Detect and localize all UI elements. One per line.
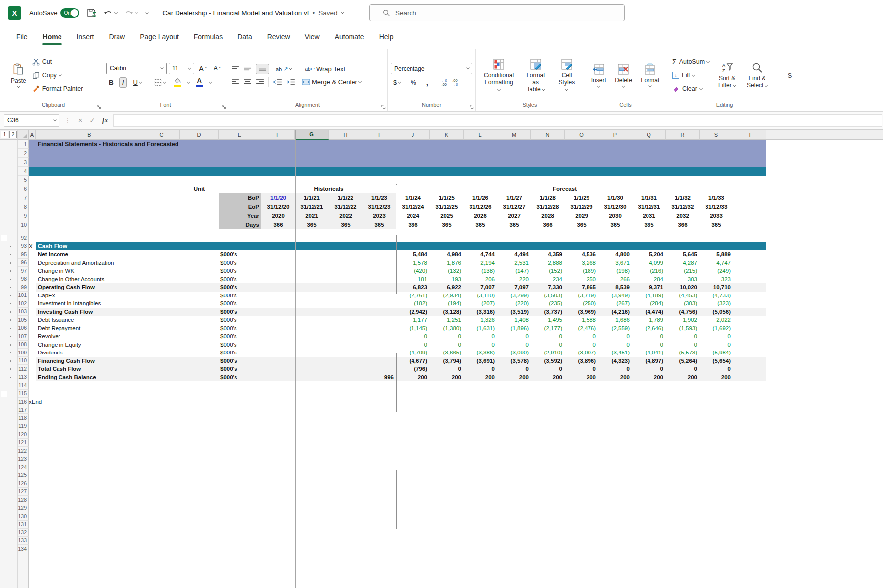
- cell-P101[interactable]: (3,949): [598, 292, 632, 300]
- cell-F113[interactable]: [261, 373, 295, 382]
- decrease-indent-icon[interactable]: [273, 79, 282, 85]
- cell-G103[interactable]: [295, 308, 329, 316]
- wrap-text-button[interactable]: ab↩ Wrap Text: [302, 64, 348, 74]
- row-header-8[interactable]: 8: [18, 202, 29, 211]
- formula-input[interactable]: [113, 114, 882, 127]
- copy-dropdown-chevron[interactable]: [59, 73, 62, 76]
- cell-K110[interactable]: (3,794): [430, 357, 464, 365]
- tab-home[interactable]: Home: [36, 28, 68, 46]
- cell-F9[interactable]: 2020: [261, 211, 295, 220]
- cell-P102[interactable]: (267): [598, 299, 632, 308]
- bold-button[interactable]: B: [106, 78, 116, 87]
- increase-indent-icon[interactable]: [286, 79, 295, 85]
- cell-A132[interactable]: [29, 529, 36, 537]
- insert-function-icon[interactable]: fx: [102, 117, 108, 124]
- cell-N98[interactable]: 234: [531, 275, 565, 284]
- cell-C112[interactable]: [143, 365, 180, 373]
- cell-H98[interactable]: [329, 275, 362, 284]
- format-as-table-button[interactable]: Format as Table: [519, 57, 553, 95]
- cell-L108[interactable]: 0: [464, 341, 497, 349]
- cell-T9[interactable]: [733, 211, 766, 220]
- column-header-J[interactable]: J: [396, 130, 430, 140]
- cell-A93[interactable]: X: [29, 242, 36, 251]
- cell-J109[interactable]: (4,709): [396, 349, 430, 357]
- cell-D107[interactable]: [180, 332, 219, 341]
- cell-H107[interactable]: [329, 332, 362, 341]
- underline-button[interactable]: U: [130, 78, 144, 87]
- header-label-year[interactable]: Year: [219, 211, 261, 220]
- font-dialog-launcher-icon[interactable]: [222, 105, 226, 109]
- cell-P103[interactable]: (4,216): [598, 308, 632, 316]
- row-header-101[interactable]: 101: [18, 292, 29, 300]
- cell-P108[interactable]: 0: [598, 341, 632, 349]
- row-label-107[interactable]: Revolver: [36, 332, 143, 341]
- cell-A114[interactable]: [29, 381, 36, 390]
- number-dialog-launcher-icon[interactable]: [470, 105, 474, 109]
- cell-N10[interactable]: 366: [531, 220, 565, 229]
- cell-I105[interactable]: [362, 316, 396, 324]
- cell-Q95[interactable]: 5,204: [632, 250, 666, 259]
- cell-J7[interactable]: 1/1/24: [396, 193, 430, 202]
- cell-H99[interactable]: [329, 283, 362, 292]
- row-header-3[interactable]: 3: [18, 158, 29, 167]
- header-label-bop[interactable]: BoP: [219, 193, 261, 202]
- cell-N107[interactable]: 0: [531, 332, 565, 341]
- cell-J95[interactable]: 5,484: [396, 250, 430, 259]
- autosum-button[interactable]: Σ AutoSum: [670, 56, 711, 68]
- quick-access-toolbar-button[interactable]: [145, 11, 149, 15]
- cell-I95[interactable]: [362, 250, 396, 259]
- cell-F99[interactable]: [261, 283, 295, 292]
- cell-H112[interactable]: [329, 365, 362, 373]
- cell-H108[interactable]: [329, 341, 362, 349]
- cell-Q107[interactable]: 0: [632, 332, 666, 341]
- cell-J108[interactable]: 0: [396, 341, 430, 349]
- cell-H101[interactable]: [329, 292, 362, 300]
- unit-95[interactable]: $000's: [219, 250, 261, 259]
- sheet-title[interactable]: Financial Statements - Historicals and F…: [29, 140, 766, 149]
- cell-D96[interactable]: [180, 259, 219, 267]
- cell-K105[interactable]: 1,251: [430, 316, 464, 324]
- cell-T106[interactable]: [733, 324, 766, 333]
- row-header-99[interactable]: 99: [18, 283, 29, 292]
- row-header-6[interactable]: 6: [18, 184, 29, 193]
- cell-M106[interactable]: (1,896): [497, 324, 531, 333]
- band-row[interactable]: [29, 158, 766, 167]
- cell-A10[interactable]: [29, 220, 219, 229]
- cell-R8[interactable]: 31/12/32: [666, 202, 700, 211]
- row-header-5[interactable]: 5: [18, 176, 29, 184]
- cell-P10[interactable]: 365: [598, 220, 632, 229]
- cell-M110[interactable]: (3,578): [497, 357, 531, 365]
- row-header-103[interactable]: 103: [18, 308, 29, 316]
- cell-J97[interactable]: (420): [396, 267, 430, 275]
- cell-T108[interactable]: [733, 341, 766, 349]
- cell-C113[interactable]: [143, 373, 180, 382]
- name-box[interactable]: G36: [4, 114, 59, 127]
- cell-C108[interactable]: [143, 341, 180, 349]
- cancel-icon[interactable]: ×: [78, 117, 82, 124]
- cell-Q99[interactable]: 9,371: [632, 283, 666, 292]
- cell-A123[interactable]: [29, 455, 36, 464]
- cell-O102[interactable]: (250): [565, 299, 598, 308]
- align-top-icon[interactable]: [231, 66, 239, 72]
- cell-F108[interactable]: [261, 341, 295, 349]
- cell-F106[interactable]: [261, 324, 295, 333]
- cell-D102[interactable]: [180, 299, 219, 308]
- tab-help[interactable]: Help: [373, 28, 400, 46]
- cell-Q108[interactable]: 0: [632, 341, 666, 349]
- cell-T110[interactable]: [733, 357, 766, 365]
- row-label-105[interactable]: Debt Issuance: [36, 316, 143, 324]
- cell-N105[interactable]: 1,495: [531, 316, 565, 324]
- cell-T112[interactable]: [733, 365, 766, 373]
- cell-H8[interactable]: 31/12/22: [329, 202, 362, 211]
- cell-D112[interactable]: [180, 365, 219, 373]
- cell-I112[interactable]: [362, 365, 396, 373]
- cell-G99[interactable]: [295, 283, 329, 292]
- cell-Q112[interactable]: 0: [632, 365, 666, 373]
- sort-filter-button[interactable]: A Z Sort & Filter: [714, 60, 740, 91]
- cell-S102[interactable]: (323): [700, 299, 733, 308]
- cell-O103[interactable]: (3,969): [565, 308, 598, 316]
- cell-M107[interactable]: 0: [497, 332, 531, 341]
- cell-D95[interactable]: [180, 250, 219, 259]
- row-header-4[interactable]: 4: [18, 167, 29, 176]
- cell-G95[interactable]: [295, 250, 329, 259]
